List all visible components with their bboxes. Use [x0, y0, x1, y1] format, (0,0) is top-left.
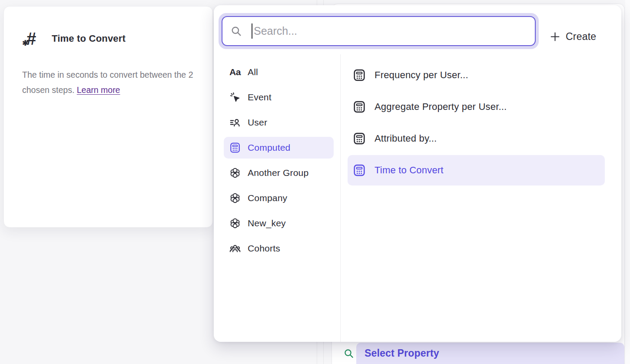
result-item-aggregate-property-per-user[interactable]: Aggregate Property per User... — [348, 92, 605, 122]
category-item-new-key[interactable]: New_key — [224, 212, 334, 234]
tooltip-title: Time to Convert — [52, 33, 126, 44]
category-label: Cohorts — [248, 243, 280, 254]
text-format-icon: Aa — [229, 66, 241, 78]
result-item-frequency-per-user[interactable]: Frequency per User... — [348, 60, 605, 90]
group-cluster-icon — [229, 218, 241, 229]
search-field[interactable] — [222, 16, 536, 46]
result-label: Aggregate Property per User... — [375, 101, 507, 113]
panel-divider — [340, 54, 341, 342]
search-field-focus-ring — [219, 13, 539, 49]
result-item-attributed-by[interactable]: Attributed by... — [348, 123, 605, 154]
category-label: Event — [248, 92, 272, 103]
category-item-another-group[interactable]: Another Group — [224, 162, 334, 184]
calculator-icon — [353, 164, 366, 177]
category-item-company[interactable]: Company — [224, 187, 334, 209]
search-icon — [231, 26, 242, 37]
category-item-event[interactable]: Event — [224, 86, 334, 108]
select-property-search-icon — [344, 348, 354, 359]
category-label: New_key — [248, 218, 286, 228]
calculator-icon — [353, 132, 366, 145]
background-panel-edge — [625, 0, 630, 364]
select-property-label: Select Property — [356, 347, 439, 359]
category-label: User — [248, 117, 267, 128]
category-item-cohorts[interactable]: Cohorts — [224, 238, 334, 259]
category-item-all[interactable]: Aa All — [224, 61, 334, 83]
tooltip-header: # ✱ Time to Convert — [22, 27, 126, 50]
category-item-computed[interactable]: Computed — [224, 137, 334, 159]
search-input[interactable] — [252, 25, 527, 37]
result-label: Attributed by... — [375, 133, 437, 144]
star-glyph: ✱ — [22, 39, 28, 48]
category-label: Another Group — [248, 168, 308, 178]
results-list: Frequency per User... Aggregate Property… — [348, 60, 605, 187]
calculator-icon — [353, 100, 366, 113]
group-cluster-icon — [229, 192, 241, 204]
group-cluster-icon — [229, 167, 241, 179]
property-picker-panel: Create Aa All Event User — [214, 5, 621, 342]
result-label: Frequency per User... — [375, 69, 468, 81]
result-label: Time to Convert — [375, 165, 444, 176]
category-label: Computed — [248, 142, 291, 153]
category-item-user[interactable]: User — [224, 112, 334, 133]
select-property-button[interactable]: Select Property — [356, 343, 624, 364]
plus-icon — [550, 32, 560, 42]
click-cursor-icon — [229, 92, 241, 103]
screen: Select Property # ✱ Time to Convert The … — [0, 0, 630, 364]
tooltip-card: # ✱ Time to Convert The time in seconds … — [3, 6, 213, 228]
calculator-icon — [229, 142, 241, 153]
create-button-label: Create — [566, 31, 596, 43]
result-item-time-to-convert[interactable]: Time to Convert — [348, 155, 605, 185]
tooltip-description: The time in seconds to convert between t… — [22, 67, 196, 98]
category-label: Company — [248, 193, 287, 203]
create-button[interactable]: Create — [550, 27, 596, 46]
category-list: Aa All Event User Computed — [224, 61, 334, 263]
learn-more-link[interactable]: Learn more — [77, 85, 120, 95]
category-label: All — [248, 67, 258, 77]
numeric-hash-icon: # ✱ — [22, 27, 42, 50]
calculator-icon — [353, 69, 366, 82]
user-list-icon — [229, 117, 241, 128]
cohort-people-icon — [229, 243, 241, 254]
